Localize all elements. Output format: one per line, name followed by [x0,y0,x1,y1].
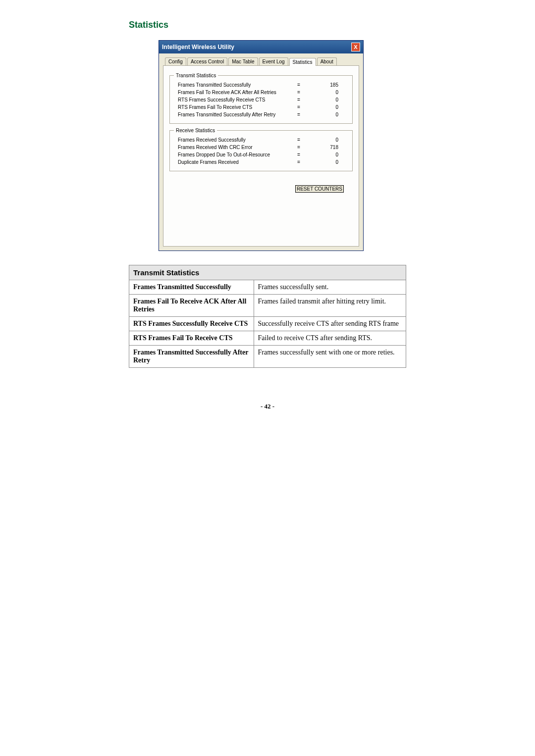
stat-label: RTS Frames Successfully Receive CTS [178,97,294,102]
tab-config[interactable]: Config [165,57,186,65]
stat-value: 185 [304,82,348,88]
titlebar: Intelligent Wireless Utility X [159,41,363,53]
stat-row: RTS Frames Fail To Receive CTS = 0 [174,103,348,111]
window-title: Intelligent Wireless Utility [162,44,234,50]
transmit-legend: Transmit Statistics [174,73,218,78]
transmit-stats-group: Transmit Statistics Frames Transmitted S… [169,73,353,124]
row-label: RTS Frames Successfully Receive CTS [129,317,254,331]
tab-event-log[interactable]: Event Log [259,57,288,65]
row-desc: Frames failed transmit after hitting ret… [254,295,406,317]
stat-label: Frames Transmitted Successfully After Re… [178,112,294,117]
stat-row: Frames Transmitted Successfully After Re… [174,111,348,118]
page-number: - 42 - [129,403,406,410]
stat-value: 0 [304,97,348,102]
equals-sign: = [294,97,304,102]
stat-row: Frames Fail To Receive ACK After All Ret… [174,89,348,96]
table-row: RTS Frames Successfully Receive CTS Succ… [129,317,406,331]
transmit-statistics-table: Transmit Statistics Frames Transmitted S… [129,265,406,368]
equals-sign: = [294,112,304,117]
tab-statistics[interactable]: Statistics [289,58,316,66]
stat-label: Frames Dropped Due To Out-of-Resource [178,152,294,157]
row-label: Frames Transmitted Successfully After Re… [129,346,254,368]
stat-row: Frames Received With CRC Error = 718 [174,144,348,151]
equals-sign: = [294,137,304,143]
row-label: Frames Transmitted Successfully [129,280,254,295]
receive-legend: Receive Statistics [174,128,217,133]
stat-value: 718 [304,145,348,150]
reset-counters-button[interactable]: RESET COUNTERS [295,185,344,193]
stat-value: 0 [304,159,348,165]
tab-about[interactable]: About [317,57,337,65]
row-desc: Successfully receive CTS after sending R… [254,317,406,331]
stat-value: 0 [304,104,348,110]
table-row: Frames Transmitted Successfully Frames s… [129,280,406,295]
stat-value: 0 [304,137,348,143]
stat-row: Duplicate Frames Received = 0 [174,158,348,166]
stat-label: Frames Received With CRC Error [178,145,294,150]
stat-label: RTS Frames Fail To Receive CTS [178,104,294,110]
receive-stats-group: Receive Statistics Frames Received Succe… [169,128,353,171]
equals-sign: = [294,145,304,150]
stat-label: Frames Received Successfully [178,137,294,143]
row-label: Frames Fail To Receive ACK After All Ret… [129,295,254,317]
close-icon[interactable]: X [351,43,360,51]
stat-value: 0 [304,90,348,95]
equals-sign: = [294,82,304,88]
row-label: RTS Frames Fail To Receive CTS [129,331,254,346]
stat-label: Frames Transmitted Successfully [178,82,294,88]
table-row: RTS Frames Fail To Receive CTS Failed to… [129,331,406,346]
window-body: Config Access Control Mac Table Event Lo… [159,53,363,251]
table-header: Transmit Statistics [129,265,406,280]
app-window: Intelligent Wireless Utility X Config Ac… [159,40,364,251]
equals-sign: = [294,152,304,157]
equals-sign: = [294,90,304,95]
row-desc: Frames successfully sent with one or mor… [254,346,406,368]
stat-row: Frames Transmitted Successfully = 185 [174,81,348,89]
table-row: Frames Fail To Receive ACK After All Ret… [129,295,406,317]
stat-label: Frames Fail To Receive ACK After All Ret… [178,90,294,95]
page-title: Statistics [129,20,406,30]
row-desc: Failed to receive CTS after sending RTS. [254,331,406,346]
table-row: Frames Transmitted Successfully After Re… [129,346,406,368]
reset-counters-area: RESET COUNTERS [168,175,354,193]
tab-panel: Transmit Statistics Frames Transmitted S… [163,65,359,247]
tab-mac-table[interactable]: Mac Table [228,57,258,65]
equals-sign: = [294,159,304,165]
stat-row: Frames Dropped Due To Out-of-Resource = … [174,151,348,158]
row-desc: Frames successfully sent. [254,280,406,295]
stat-value: 0 [304,152,348,157]
equals-sign: = [294,104,304,110]
stat-row: RTS Frames Successfully Receive CTS = 0 [174,96,348,103]
stat-value: 0 [304,112,348,117]
tab-access-control[interactable]: Access Control [187,57,227,65]
stat-row: Frames Received Successfully = 0 [174,136,348,144]
tab-bar: Config Access Control Mac Table Event Lo… [163,57,359,65]
stat-label: Duplicate Frames Received [178,159,294,165]
